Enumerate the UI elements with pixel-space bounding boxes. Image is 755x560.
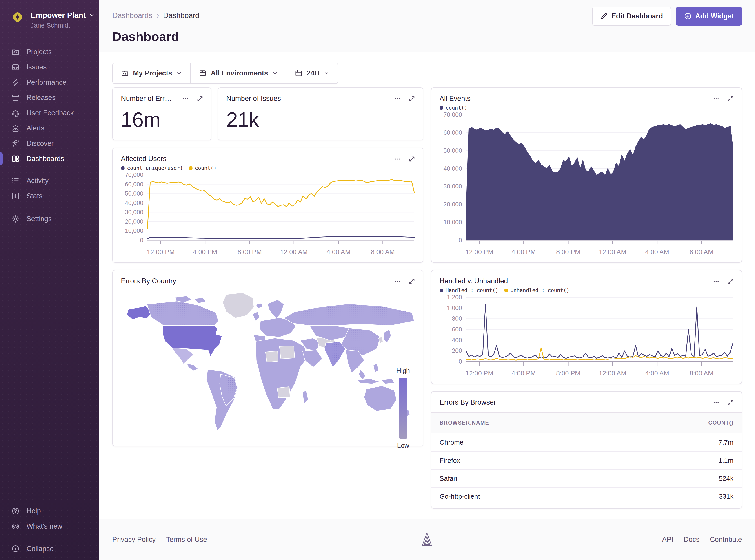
svg-text:30,000: 30,000: [443, 183, 462, 190]
chart-legend: count_unique(user) count(): [113, 163, 423, 171]
svg-text:8:00 AM: 8:00 AM: [371, 248, 395, 256]
alerts-icon: [11, 124, 20, 133]
terms-of-use-link[interactable]: Terms of Use: [166, 536, 207, 544]
active-indicator: [0, 153, 3, 165]
sidebar-collapse-button[interactable]: Collapse: [0, 541, 99, 556]
svg-text:20,000: 20,000: [443, 201, 462, 208]
org-logo-icon: [10, 10, 25, 24]
api-link[interactable]: API: [662, 536, 673, 544]
environment-filter[interactable]: All Environments: [190, 63, 286, 83]
sidebar-item-dashboards[interactable]: Dashboards: [0, 151, 99, 166]
ellipsis-icon[interactable]: [394, 96, 401, 102]
svg-text:8:00 PM: 8:00 PM: [237, 248, 262, 256]
chevron-down-icon: [176, 70, 182, 76]
project-filter[interactable]: My Projects: [113, 63, 190, 83]
svg-text:4:00 AM: 4:00 AM: [327, 248, 350, 256]
sidebar-item-help[interactable]: Help: [0, 503, 99, 519]
dashboard-content: My Projects All Environments 24H: [99, 52, 755, 519]
sidebar-item-issues[interactable]: Issues: [0, 60, 99, 75]
expand-icon[interactable]: [408, 96, 415, 102]
breadcrumb-separator: ›: [156, 11, 159, 20]
table-row[interactable]: Chrome 7.7m: [431, 433, 741, 451]
main-area: Dashboards › Dashboard Dashboard Edit Da…: [99, 0, 755, 560]
discover-icon: [11, 139, 20, 148]
ellipsis-icon[interactable]: [394, 156, 401, 162]
big-number-value: 21k: [218, 103, 423, 132]
country-usa: [163, 325, 222, 357]
projects-icon: [11, 47, 20, 56]
chevron-down-icon: [272, 70, 278, 76]
sidebar-item-settings[interactable]: Settings: [0, 211, 99, 226]
handled-unhandled-chart[interactable]: 02004006008001,0001,20012:00 PM4:00 PM8:…: [432, 293, 740, 382]
svg-text:800: 800: [452, 315, 462, 322]
svg-text:200: 200: [452, 347, 462, 354]
broadcast-icon: [11, 522, 20, 531]
issues-icon: [11, 63, 20, 72]
svg-text:12:00 AM: 12:00 AM: [280, 248, 308, 256]
svg-text:12:00 PM: 12:00 PM: [465, 248, 493, 256]
expand-icon[interactable]: [727, 96, 734, 102]
expand-icon[interactable]: [727, 399, 734, 406]
country-mexico: [172, 348, 194, 364]
world-map[interactable]: High Low: [113, 285, 423, 446]
ellipsis-icon[interactable]: [182, 96, 189, 102]
sidebar-item-user-feedback[interactable]: User Feedback: [0, 105, 99, 121]
date-range-filter[interactable]: 24H: [286, 63, 337, 83]
widget-title: Errors By Country: [121, 277, 176, 285]
pencil-icon: [600, 12, 608, 20]
affected-users-chart[interactable]: 010,00020,00030,00040,00050,00060,00070,…: [114, 171, 421, 261]
page-header: Dashboards › Dashboard Dashboard Edit Da…: [99, 0, 755, 52]
all-events-chart[interactable]: 010,00020,00030,00040,00050,00060,00070,…: [432, 111, 740, 261]
svg-text:40,000: 40,000: [443, 165, 462, 172]
widget-title: Number of Issues: [226, 95, 281, 103]
expand-icon[interactable]: [727, 278, 734, 285]
add-widget-button[interactable]: Add Widget: [676, 7, 742, 26]
table-row[interactable]: Safari 524k: [431, 469, 741, 487]
docs-link[interactable]: Docs: [683, 536, 699, 544]
legend-dot: [504, 288, 508, 292]
sidebar-item-whats-new[interactable]: What's new: [0, 519, 99, 534]
svg-text:60,000: 60,000: [443, 129, 462, 136]
sidebar-item-discover[interactable]: Discover: [0, 136, 99, 151]
country-india: [325, 342, 346, 367]
expand-icon[interactable]: [197, 96, 204, 102]
expand-icon[interactable]: [408, 156, 415, 162]
ellipsis-icon[interactable]: [713, 399, 719, 406]
svg-text:40,000: 40,000: [125, 200, 143, 206]
svg-text:50,000: 50,000: [443, 147, 462, 154]
sidebar-item-alerts[interactable]: Alerts: [0, 121, 99, 136]
sidebar-item-activity[interactable]: Activity: [0, 173, 99, 188]
country-australia: [364, 386, 396, 411]
ellipsis-icon[interactable]: [394, 278, 401, 285]
svg-text:4:00 PM: 4:00 PM: [193, 248, 217, 256]
svg-text:12:00 AM: 12:00 AM: [599, 369, 626, 377]
user-name: Jane Schmidt: [31, 21, 94, 29]
project-folder-icon: [121, 69, 129, 77]
sidebar-item-projects[interactable]: Projects: [0, 44, 99, 60]
widget-number-of-errors: Number of Err… 16m: [112, 87, 211, 140]
country-japan: [384, 329, 391, 343]
legend-dot: [121, 166, 125, 170]
ellipsis-icon[interactable]: [713, 278, 719, 285]
breadcrumb-dashboards[interactable]: Dashboards: [112, 11, 152, 20]
org-name: Empower Plant: [31, 10, 86, 20]
table-row[interactable]: Go-http-client 331k: [431, 487, 741, 505]
edit-dashboard-button[interactable]: Edit Dashboard: [592, 7, 671, 26]
widget-title: Errors By Browser: [440, 398, 496, 406]
page-footer: Privacy Policy Terms of Use API Docs Con…: [99, 519, 755, 560]
sidebar-item-performance[interactable]: Performance: [0, 75, 99, 90]
browser-table: BROWSER.NAME COUNT() Chrome 7.7m Firefox…: [431, 412, 741, 508]
chart-legend: Handled : count() Unhandled : count(): [431, 285, 741, 293]
gear-icon: [11, 215, 20, 223]
sidebar-item-releases[interactable]: Releases: [0, 90, 99, 105]
widget-all-events: All Events count() 010,00020,00030,00040…: [431, 87, 742, 263]
help-icon: [11, 507, 20, 515]
sidebar-item-stats[interactable]: Stats: [0, 188, 99, 204]
ellipsis-icon[interactable]: [713, 96, 719, 102]
privacy-policy-link[interactable]: Privacy Policy: [112, 536, 156, 544]
org-switcher[interactable]: Empower Plant Jane Schmidt: [0, 0, 99, 29]
table-row[interactable]: Firefox 1.1m: [431, 451, 741, 469]
legend-dot: [189, 166, 193, 170]
expand-icon[interactable]: [408, 278, 415, 285]
contribute-link[interactable]: Contribute: [710, 536, 742, 544]
